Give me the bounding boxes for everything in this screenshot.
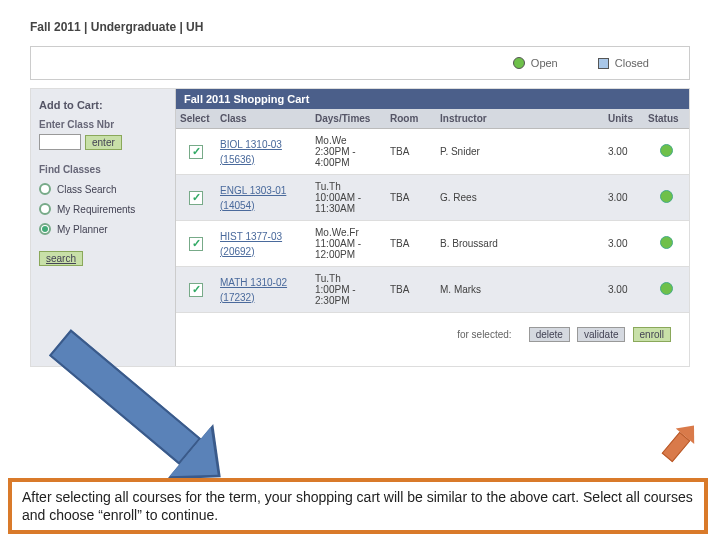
content: Fall 2011 Shopping Cart Select Class Day… [176, 89, 689, 366]
instructor-cell: P. Snider [436, 129, 604, 175]
days-cell: Mo.We 2:30PM - 4:00PM [311, 129, 386, 175]
open-status-icon [660, 236, 673, 249]
breadcrumb: Fall 2011 | Undergraduate | UH [30, 20, 690, 34]
open-status-icon [660, 190, 673, 203]
select-checkbox[interactable]: ✓ [189, 237, 203, 251]
class-link[interactable]: MATH 1310-02(17232) [220, 277, 287, 303]
radio-icon [39, 183, 51, 195]
enter-button[interactable]: enter [85, 135, 122, 150]
room-cell: TBA [386, 129, 436, 175]
radio-my-requirements[interactable]: My Requirements [39, 203, 167, 215]
radio-my-planner[interactable]: My Planner [39, 223, 167, 235]
class-link[interactable]: HIST 1377-03(20692) [220, 231, 282, 257]
class-link[interactable]: ENGL 1303-01(14054) [220, 185, 286, 211]
room-cell: TBA [386, 221, 436, 267]
cart-table: Select Class Days/Times Room Instructor … [176, 109, 689, 313]
units-cell: 3.00 [604, 175, 644, 221]
table-row: ✓BIOL 1310-03(15636)Mo.We 2:30PM - 4:00P… [176, 129, 689, 175]
instructor-cell: B. Broussard [436, 221, 604, 267]
enter-class-nbr-label: Enter Class Nbr [39, 119, 167, 130]
days-cell: Tu.Th 10:00AM - 11:30AM [311, 175, 386, 221]
open-status-icon [660, 282, 673, 295]
col-units: Units [604, 109, 644, 129]
radio-icon [39, 203, 51, 215]
class-nbr-input[interactable] [39, 134, 81, 150]
instructor-cell: G. Rees [436, 175, 604, 221]
open-status-icon [513, 57, 525, 69]
legend-closed-label: Closed [615, 57, 649, 69]
delete-button[interactable]: delete [529, 327, 570, 342]
for-selected-label: for selected: [457, 329, 511, 340]
radio-class-search[interactable]: Class Search [39, 183, 167, 195]
select-checkbox[interactable]: ✓ [189, 283, 203, 297]
radio-icon [39, 223, 51, 235]
instructor-cell: M. Marks [436, 267, 604, 313]
select-checkbox[interactable]: ✓ [189, 191, 203, 205]
col-room: Room [386, 109, 436, 129]
cart-title: Fall 2011 Shopping Cart [176, 89, 689, 109]
table-row: ✓HIST 1377-03(20692)Mo.We.Fr 11:00AM - 1… [176, 221, 689, 267]
room-cell: TBA [386, 175, 436, 221]
closed-status-icon [598, 58, 609, 69]
table-row: ✓MATH 1310-02(17232)Tu.Th 1:00PM - 2:30P… [176, 267, 689, 313]
table-row: ✓ENGL 1303-01(14054)Tu.Th 10:00AM - 11:3… [176, 175, 689, 221]
col-class: Class [216, 109, 311, 129]
days-cell: Tu.Th 1:00PM - 2:30PM [311, 267, 386, 313]
validate-button[interactable]: validate [577, 327, 625, 342]
days-cell: Mo.We.Fr 11:00AM - 12:00PM [311, 221, 386, 267]
sidebar: Add to Cart: Enter Class Nbr enter Find … [31, 89, 176, 366]
col-select: Select [176, 109, 216, 129]
legend-closed: Closed [598, 57, 649, 69]
units-cell: 3.00 [604, 129, 644, 175]
main-panel: Add to Cart: Enter Class Nbr enter Find … [30, 88, 690, 367]
room-cell: TBA [386, 267, 436, 313]
search-button[interactable]: search [39, 251, 83, 266]
radio-label: Class Search [57, 184, 116, 195]
legend-open: Open [513, 57, 558, 69]
select-checkbox[interactable]: ✓ [189, 145, 203, 159]
enroll-button[interactable]: enroll [633, 327, 671, 342]
add-to-cart-label: Add to Cart: [39, 99, 167, 111]
find-classes-label: Find Classes [39, 164, 167, 175]
col-instructor: Instructor [436, 109, 604, 129]
legend-box: Open Closed [30, 46, 690, 80]
open-status-icon [660, 144, 673, 157]
actions-row: for selected: delete validate enroll [176, 313, 689, 366]
units-cell: 3.00 [604, 267, 644, 313]
legend-open-label: Open [531, 57, 558, 69]
class-link[interactable]: BIOL 1310-03(15636) [220, 139, 282, 165]
radio-label: My Planner [57, 224, 108, 235]
col-status: Status [644, 109, 689, 129]
radio-label: My Requirements [57, 204, 135, 215]
col-days: Days/Times [311, 109, 386, 129]
units-cell: 3.00 [604, 221, 644, 267]
